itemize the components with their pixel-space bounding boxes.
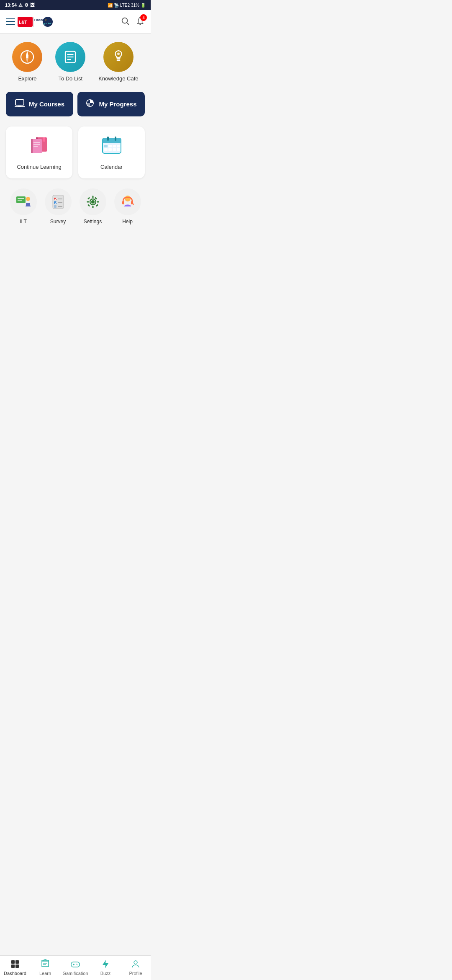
svg-line-72 <box>133 203 134 205</box>
svg-rect-65 <box>87 197 90 199</box>
status-bar: 13:54 ⚠ ⚙ 🖼 📶 📡 LTE2 31% 🔋 <box>0 0 151 10</box>
svg-rect-43 <box>117 145 120 147</box>
calendar-card[interactable]: Calendar <box>78 126 145 178</box>
explore-label: Explore <box>18 75 36 82</box>
explore-icon-circle <box>12 42 42 72</box>
svg-point-51 <box>26 197 30 201</box>
svg-rect-44 <box>104 148 108 151</box>
settings-icon <box>85 194 101 210</box>
todo-label: To Do List <box>58 75 82 82</box>
ilt-icon-circle <box>10 188 37 215</box>
my-progress-button[interactable]: My Progress <box>77 92 145 116</box>
notification-badge: 4 <box>140 14 147 21</box>
svg-point-4 <box>43 17 53 27</box>
svg-rect-37 <box>103 141 121 143</box>
image-status-icon: 🖼 <box>30 3 35 8</box>
help-icon <box>120 194 136 210</box>
calendar-label: Calendar <box>100 164 123 170</box>
svg-rect-38 <box>107 137 109 141</box>
svg-rect-42 <box>113 145 116 147</box>
calendar-svg-icon <box>101 135 123 155</box>
help-item[interactable]: Help <box>114 188 141 224</box>
settings-icon-circle <box>80 188 106 215</box>
signal-icon: 📡 <box>114 3 119 8</box>
action-buttons-row: My Courses My Progress <box>6 92 145 116</box>
survey-icon-circle <box>45 188 72 215</box>
svg-rect-48 <box>16 196 26 203</box>
progress-button-icon <box>85 98 95 110</box>
hamburger-icon <box>6 18 15 25</box>
knowledge-item[interactable]: Knowledge Cafe <box>98 42 138 82</box>
svg-rect-46 <box>113 148 116 151</box>
ilt-label: ILT <box>20 219 26 224</box>
app-header: L&T Finance 🎓 gurukul 4 <box>0 10 151 34</box>
explore-item[interactable]: Explore <box>12 42 42 82</box>
help-label: Help <box>122 219 133 224</box>
header-actions: 4 <box>121 16 145 27</box>
survey-item[interactable]: Survey <box>45 188 72 224</box>
books-icon <box>28 135 50 155</box>
feature-cards-row: Continue Learning <box>6 126 145 178</box>
svg-point-69 <box>125 196 131 201</box>
continue-learning-card[interactable]: Continue Learning <box>6 126 72 178</box>
todo-item[interactable]: To Do List <box>55 42 85 82</box>
settings-item[interactable]: Settings <box>80 188 106 224</box>
secondary-icons-row: ILT Survey <box>6 188 145 224</box>
todo-icon-circle <box>55 42 85 72</box>
calendar-icon <box>101 135 123 159</box>
battery-indicator: 31% <box>131 3 139 8</box>
main-content: Explore To Do List <box>0 34 151 291</box>
status-indicators: 📶 📡 LTE2 31% 🔋 <box>108 3 146 8</box>
svg-rect-45 <box>108 148 112 151</box>
svg-rect-40 <box>104 145 108 147</box>
svg-point-13 <box>26 56 28 58</box>
status-time: 13:54 ⚠ ⚙ 🖼 <box>5 3 35 8</box>
knowledge-icon-circle <box>103 42 134 72</box>
survey-icon <box>50 194 66 210</box>
svg-point-60 <box>91 200 95 204</box>
warning-icon: ⚠ <box>18 3 23 8</box>
notification-button[interactable]: 4 <box>136 16 145 27</box>
survey-label: Survey <box>50 219 66 224</box>
svg-point-21 <box>117 53 120 55</box>
ilt-item[interactable]: ILT <box>10 188 37 224</box>
progress-chart-icon <box>85 98 95 108</box>
quick-links-row: Explore To Do List <box>6 42 145 82</box>
svg-rect-66 <box>95 204 98 206</box>
laptop-icon <box>15 99 25 107</box>
continue-learning-icon <box>28 135 50 159</box>
svg-rect-29 <box>31 139 33 153</box>
svg-rect-20 <box>116 59 120 61</box>
svg-rect-41 <box>108 145 112 147</box>
svg-rect-19 <box>116 58 120 59</box>
svg-rect-63 <box>87 201 89 203</box>
time-display: 13:54 <box>5 3 17 8</box>
svg-rect-61 <box>92 196 93 198</box>
search-icon <box>121 16 130 26</box>
svg-rect-62 <box>92 206 93 208</box>
wifi-icon: 📶 <box>108 3 113 8</box>
settings-status-icon: ⚙ <box>24 3 28 8</box>
list-icon <box>63 49 78 64</box>
svg-point-9 <box>140 24 141 25</box>
svg-line-8 <box>127 23 128 24</box>
compass-icon <box>20 49 35 64</box>
courses-button-icon <box>15 99 25 109</box>
brand-logo: L&T Finance 🎓 gurukul <box>18 15 55 28</box>
my-courses-button[interactable]: My Courses <box>6 92 73 116</box>
knowledge-label: Knowledge Cafe <box>98 75 138 82</box>
hamburger-menu-button[interactable] <box>6 18 15 25</box>
lt-finance-logo: L&T Finance 🎓 gurukul <box>18 15 55 28</box>
search-button[interactable] <box>121 16 130 27</box>
svg-text:L&T: L&T <box>19 20 27 25</box>
svg-rect-64 <box>97 201 99 203</box>
svg-rect-56 <box>54 205 56 208</box>
help-icon-circle <box>114 188 141 215</box>
my-courses-label: My Courses <box>29 101 64 108</box>
header-logo-area: L&T Finance 🎓 gurukul <box>6 15 55 28</box>
svg-rect-47 <box>117 148 120 151</box>
svg-rect-52 <box>26 203 30 206</box>
settings-label: Settings <box>84 219 102 224</box>
svg-rect-68 <box>87 204 90 206</box>
svg-rect-70 <box>122 201 124 204</box>
